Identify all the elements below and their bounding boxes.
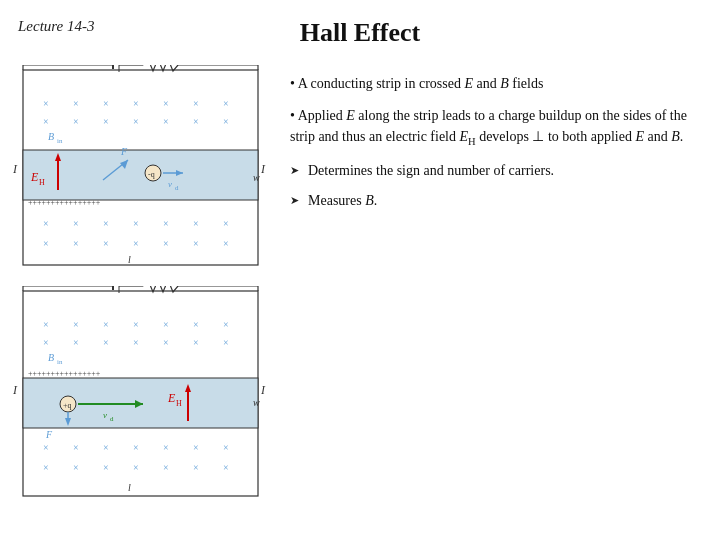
- svg-text:×: ×: [133, 337, 139, 348]
- svg-text:×: ×: [193, 238, 199, 249]
- svg-text:-q: -q: [148, 170, 155, 179]
- svg-text:E: E: [30, 170, 39, 184]
- svg-text:×: ×: [133, 462, 139, 473]
- svg-text:×: ×: [163, 98, 169, 109]
- svg-text:×: ×: [193, 442, 199, 453]
- svg-text:d: d: [110, 415, 114, 423]
- svg-text:×: ×: [223, 98, 229, 109]
- svg-text:in: in: [57, 358, 63, 366]
- svg-text:I: I: [13, 383, 18, 397]
- svg-text:×: ×: [73, 238, 79, 249]
- svg-text:×: ×: [73, 442, 79, 453]
- arrow-list: Determines the sign and number of carrie…: [290, 160, 696, 211]
- svg-text:×: ×: [103, 116, 109, 127]
- top-diagram: + I I × × × × × × ×: [13, 65, 268, 274]
- svg-text:I: I: [13, 162, 18, 176]
- svg-text:×: ×: [43, 98, 49, 109]
- svg-text:×: ×: [103, 337, 109, 348]
- text-column: • A conducting strip in crossed E and B …: [280, 65, 720, 540]
- svg-text:B: B: [48, 352, 54, 363]
- svg-text:×: ×: [103, 442, 109, 453]
- svg-text:v: v: [168, 179, 172, 189]
- svg-text:×: ×: [43, 319, 49, 330]
- svg-text:×: ×: [193, 98, 199, 109]
- svg-text:B: B: [48, 131, 54, 142]
- svg-text:×: ×: [43, 337, 49, 348]
- svg-text:×: ×: [73, 116, 79, 127]
- svg-text:H: H: [39, 178, 45, 187]
- svg-text:F: F: [120, 146, 128, 157]
- svg-text:×: ×: [163, 238, 169, 249]
- svg-text:+q: +q: [63, 401, 72, 410]
- svg-text:×: ×: [133, 98, 139, 109]
- svg-text:d: d: [175, 184, 179, 192]
- svg-text:×: ×: [103, 218, 109, 229]
- svg-text:×: ×: [133, 319, 139, 330]
- svg-text:w: w: [253, 172, 260, 183]
- svg-text:l: l: [128, 254, 131, 265]
- svg-text:×: ×: [133, 442, 139, 453]
- svg-text:H: H: [176, 399, 182, 408]
- svg-text:×: ×: [193, 116, 199, 127]
- svg-text:×: ×: [133, 116, 139, 127]
- svg-text:×: ×: [163, 116, 169, 127]
- svg-text:×: ×: [103, 98, 109, 109]
- svg-text:++++++++++++++++: ++++++++++++++++: [28, 198, 101, 207]
- svg-text:l: l: [128, 482, 131, 493]
- svg-text:++++++++++++++++: ++++++++++++++++: [28, 369, 101, 378]
- svg-text:×: ×: [43, 442, 49, 453]
- svg-text:I: I: [260, 383, 266, 397]
- svg-text:×: ×: [73, 98, 79, 109]
- svg-text:×: ×: [193, 319, 199, 330]
- svg-text:×: ×: [223, 238, 229, 249]
- svg-text:×: ×: [103, 238, 109, 249]
- svg-text:×: ×: [73, 218, 79, 229]
- content-area: + I I × × × × × × ×: [0, 65, 720, 540]
- arrow-item-1: Determines the sign and number of carrie…: [290, 160, 696, 182]
- svg-text:I: I: [260, 162, 266, 176]
- svg-text:×: ×: [163, 218, 169, 229]
- arrow-item-2: Measures B.: [290, 190, 696, 212]
- bullet-1: • A conducting strip in crossed E and B …: [290, 73, 696, 95]
- svg-text:×: ×: [43, 218, 49, 229]
- svg-text:×: ×: [73, 319, 79, 330]
- diagrams-column: + I I × × × × × × ×: [0, 65, 280, 540]
- svg-text:×: ×: [223, 319, 229, 330]
- svg-text:×: ×: [193, 218, 199, 229]
- page-title: Hall Effect: [0, 18, 720, 48]
- svg-text:×: ×: [193, 337, 199, 348]
- svg-text:E: E: [167, 391, 176, 405]
- bullet-2: • Applied E along the strip leads to a c…: [290, 105, 696, 151]
- svg-text:w: w: [253, 397, 260, 408]
- svg-text:×: ×: [103, 462, 109, 473]
- svg-text:×: ×: [103, 319, 109, 330]
- svg-text:×: ×: [73, 462, 79, 473]
- svg-text:×: ×: [43, 238, 49, 249]
- svg-text:×: ×: [163, 442, 169, 453]
- bottom-diagram: + I I × × × × × × × × × × × ×: [13, 286, 268, 505]
- svg-text:×: ×: [223, 337, 229, 348]
- svg-text:×: ×: [223, 442, 229, 453]
- svg-text:in: in: [57, 137, 63, 145]
- svg-text:×: ×: [163, 319, 169, 330]
- svg-text:v: v: [103, 410, 107, 420]
- svg-text:×: ×: [43, 116, 49, 127]
- svg-text:×: ×: [193, 462, 199, 473]
- svg-text:×: ×: [163, 462, 169, 473]
- svg-text:×: ×: [133, 238, 139, 249]
- svg-text:×: ×: [223, 218, 229, 229]
- svg-text:×: ×: [163, 337, 169, 348]
- svg-text:×: ×: [223, 116, 229, 127]
- svg-text:×: ×: [43, 462, 49, 473]
- svg-text:×: ×: [133, 218, 139, 229]
- svg-text:F: F: [45, 429, 53, 440]
- svg-text:×: ×: [223, 462, 229, 473]
- svg-text:×: ×: [73, 337, 79, 348]
